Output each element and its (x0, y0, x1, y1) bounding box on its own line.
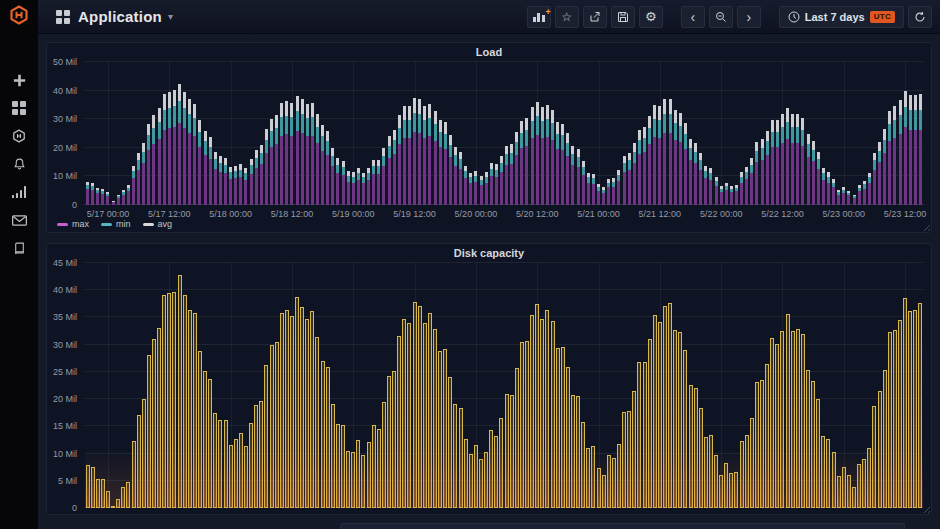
gridline (108, 263, 109, 508)
bar (479, 459, 483, 508)
bar (218, 420, 222, 508)
bar (602, 187, 605, 205)
bar (434, 111, 437, 205)
alert-bell-icon (13, 157, 26, 171)
panel-resize-handle[interactable] (921, 222, 930, 231)
bar (678, 332, 682, 508)
bar (806, 370, 810, 508)
bar (341, 425, 345, 508)
bar (137, 153, 140, 205)
bar (489, 430, 493, 508)
chevron-down-icon: ▾ (168, 11, 173, 22)
time-range-label: Last 7 days (805, 11, 865, 23)
bar (167, 293, 171, 508)
hexagon-h-logo-icon (9, 5, 29, 29)
bar (704, 437, 708, 508)
sidebar-item-create[interactable] (9, 72, 29, 88)
legend-item-max[interactable]: max (57, 219, 89, 229)
sidebar-item-messages[interactable] (9, 212, 29, 228)
sidebar-item-alerts[interactable] (9, 156, 29, 172)
bar (351, 452, 355, 508)
y-tick-label: 25 Mil (53, 367, 77, 377)
bar (86, 465, 90, 508)
bar (525, 341, 529, 508)
share-button[interactable] (583, 6, 607, 28)
bar (653, 105, 656, 205)
zoom-out-button[interactable] (709, 6, 733, 28)
bar (402, 319, 406, 508)
plot-area[interactable] (85, 263, 923, 508)
bar (188, 310, 192, 508)
bar (301, 99, 304, 205)
bar (816, 399, 820, 508)
bar (878, 142, 881, 205)
bar (444, 122, 447, 205)
bar (433, 329, 437, 508)
bar (418, 99, 421, 205)
bar (249, 423, 253, 508)
y-tick-label: 0 (72, 200, 77, 210)
panel-title[interactable]: Disk capacity (47, 244, 931, 262)
add-panel-button[interactable]: + (527, 6, 551, 28)
bar (796, 329, 800, 508)
bar (372, 160, 375, 205)
gridline (85, 289, 923, 290)
bar (459, 152, 462, 205)
legend-item-min[interactable]: min (101, 219, 131, 229)
bar (832, 179, 835, 205)
bar (780, 331, 784, 509)
bar (745, 435, 749, 508)
save-button[interactable] (611, 6, 635, 28)
x-tick-label: 5/17 12:00 (148, 209, 191, 219)
bar (178, 84, 181, 205)
bar (540, 319, 544, 508)
bar (382, 148, 385, 205)
bar (311, 103, 314, 205)
y-tick-label: 15 Mil (53, 421, 77, 431)
bar (490, 163, 493, 205)
bar (336, 158, 339, 205)
bar (827, 172, 830, 205)
bar (250, 159, 253, 205)
bar (735, 185, 738, 205)
bar (909, 95, 912, 205)
settings-button[interactable]: ⚙ (639, 6, 663, 28)
bar (428, 313, 432, 508)
x-tick-label: 5/20 00:00 (455, 209, 498, 219)
legend-item-avg[interactable]: avg (143, 219, 173, 229)
x-tick-label: 5/23 00:00 (823, 209, 866, 219)
time-forward-button[interactable]: › (737, 6, 761, 28)
sidebar-item-dashboards[interactable] (9, 100, 29, 116)
y-axis-labels: 05 Mil10 Mil15 Mil20 Mil25 Mil30 Mil35 M… (47, 263, 81, 508)
bar (388, 136, 391, 206)
save-icon (617, 11, 629, 23)
add-panel-icon: + (533, 11, 545, 22)
sidebar-item-hexagon[interactable] (9, 128, 29, 144)
time-range-picker[interactable]: Last 7 days UTC (779, 6, 904, 28)
time-back-button[interactable]: ‹ (681, 6, 705, 28)
brand-logo[interactable] (0, 0, 38, 34)
panel-title[interactable]: Load (47, 43, 931, 61)
refresh-button[interactable] (908, 6, 932, 28)
bar (510, 395, 514, 508)
bar (157, 328, 161, 508)
bar (188, 99, 191, 205)
bar (352, 172, 355, 205)
sidebar-item-docs[interactable] (9, 240, 29, 256)
bar (715, 177, 718, 205)
bar (259, 401, 263, 508)
bar (295, 297, 299, 508)
dashboard-picker[interactable]: Application ▾ (56, 8, 173, 25)
sidebar-item-metrics[interactable] (9, 184, 29, 200)
bar (520, 121, 523, 205)
bar (285, 310, 289, 508)
star-button[interactable]: ☆ (555, 6, 579, 28)
bar (474, 171, 477, 205)
bar (551, 110, 554, 205)
bar (520, 342, 524, 508)
bar (112, 201, 115, 205)
bar (515, 132, 518, 205)
plot-area[interactable] (85, 62, 923, 205)
bar (908, 311, 912, 508)
bar (505, 146, 508, 205)
